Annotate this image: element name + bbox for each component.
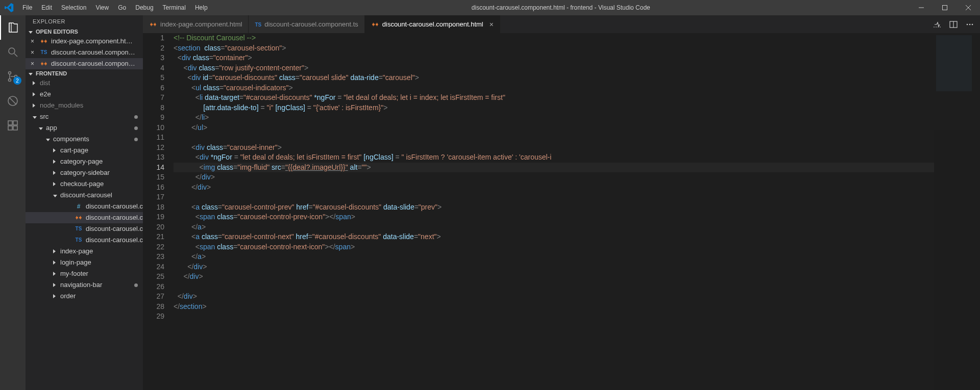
caret-right-icon (33, 100, 35, 111)
close-icon[interactable]: × (31, 58, 34, 69)
tree-label: cart-page (60, 145, 88, 156)
folder-item[interactable]: src (26, 111, 143, 122)
project-header[interactable]: FRONTEND (26, 69, 143, 77)
line-gutter: 1234567891011121314151617181920212223242… (143, 33, 174, 390)
code-line[interactable]: <a class="carousel-control-next" href="#… (174, 232, 934, 242)
file-label: discount-carousel.compon… (51, 47, 135, 58)
code-line[interactable]: [attr.data-slide-to] = "i" [ngClass] = "… (174, 103, 934, 113)
code-line[interactable]: <span class="carousel-control-next-icon"… (174, 242, 934, 252)
folder-item[interactable]: e2e (26, 89, 143, 100)
caret-down-icon (46, 134, 50, 145)
line-number: 9 (143, 113, 164, 123)
code-editor[interactable]: 1234567891011121314151617181920212223242… (143, 33, 980, 390)
code-line[interactable] (174, 192, 934, 202)
code-line[interactable]: </div> (174, 272, 934, 282)
code-line[interactable]: </li> (174, 113, 934, 123)
menu-edit[interactable]: Edit (37, 0, 57, 15)
folder-item[interactable]: cart-page (26, 145, 143, 156)
close-icon[interactable]: × (31, 47, 34, 58)
code-line[interactable]: </div> (174, 183, 934, 193)
file-ts-icon: TS (75, 236, 83, 244)
code-line[interactable]: </div> (174, 262, 934, 272)
folder-item[interactable]: category-sidebar (26, 167, 143, 178)
editor-tab[interactable]: discount-carousel.component.html× (365, 15, 500, 33)
code-line[interactable]: <img class="img-fluid" src="{{deal?.imag… (174, 163, 934, 173)
code-line[interactable]: <div class="carousel-inner"> (174, 143, 934, 153)
close-button[interactable] (957, 0, 980, 15)
menu-selection[interactable]: Selection (57, 0, 91, 15)
file-item[interactable]: discount-carousel.com… (26, 212, 143, 223)
folder-item[interactable]: app (26, 122, 143, 134)
code-line[interactable]: </a> (174, 252, 934, 262)
folder-item[interactable]: my-footer (26, 268, 143, 279)
code-line[interactable]: <div *ngFor = "let deal of deals; let is… (174, 152, 934, 163)
titlebar: FileEditSelectionViewGoDebugTerminalHelp… (0, 0, 980, 15)
activity-explorer[interactable] (0, 15, 26, 40)
activity-search[interactable] (0, 40, 26, 64)
activity-debug[interactable] (0, 89, 26, 113)
line-number: 16 (143, 183, 164, 193)
tree-label: discount-carousel (60, 190, 112, 201)
code-line[interactable]: <div id="carousel-discounts" class="caro… (174, 73, 934, 83)
menu-help[interactable]: Help (190, 0, 212, 15)
caret-right-icon (53, 279, 56, 291)
folder-item[interactable]: login-page (26, 257, 143, 268)
menu-terminal[interactable]: Terminal (158, 0, 190, 15)
code-line[interactable]: <ul class="carousel-indicators"> (174, 83, 934, 93)
file-item[interactable]: TSdiscount-carousel.com… (26, 235, 143, 246)
minimize-button[interactable] (910, 0, 933, 15)
folder-item[interactable]: dist (26, 77, 143, 89)
folder-item[interactable]: discount-carousel (26, 190, 143, 201)
code-line[interactable]: <section class="carousel-section"> (174, 43, 934, 54)
menu-debug[interactable]: Debug (131, 0, 158, 15)
code-line[interactable]: </a> (174, 222, 934, 232)
activity-source-control[interactable]: 2 (0, 64, 26, 89)
code-line[interactable]: <a class="carousel-control-prev" href="#… (174, 202, 934, 213)
split-editor-button[interactable] (945, 15, 962, 33)
menu-view[interactable]: View (91, 0, 113, 15)
folder-item[interactable]: navigation-bar (26, 279, 143, 291)
code-line[interactable]: <div class="row justify-content-center"> (174, 63, 934, 73)
code-line[interactable] (174, 282, 934, 292)
menu-file[interactable]: File (18, 0, 37, 15)
code-line[interactable]: </div> (174, 292, 934, 302)
svg-rect-12 (13, 121, 17, 125)
editor-tab[interactable]: TSdiscount-carousel.component.ts (249, 15, 364, 33)
activity-extensions[interactable] (0, 113, 26, 138)
folder-item[interactable]: index-page (26, 246, 143, 257)
code-line[interactable]: </section> (174, 302, 934, 312)
close-tab-icon[interactable]: × (489, 20, 494, 29)
folder-item[interactable]: node_modules (26, 100, 143, 111)
code-content[interactable]: <!-- Discount Carousel --><section class… (174, 33, 934, 390)
code-line[interactable]: <div class="container"> (174, 53, 934, 63)
menu-go[interactable]: Go (113, 0, 131, 15)
more-actions-button[interactable] (962, 15, 978, 33)
folder-item[interactable]: components (26, 134, 143, 145)
code-line[interactable]: <li data-target="#carousel-discounts" *n… (174, 93, 934, 103)
compare-changes-button[interactable] (929, 15, 945, 33)
folder-item[interactable]: order (26, 291, 143, 302)
code-line[interactable] (174, 311, 934, 322)
code-line[interactable]: <!-- Discount Carousel --> (174, 33, 934, 43)
open-editor-item[interactable]: ×discount-carousel.compon… (26, 58, 143, 69)
folder-item[interactable]: checkout-page (26, 178, 143, 190)
code-line[interactable] (174, 133, 934, 143)
file-item[interactable]: #discount-carousel.com… (26, 201, 143, 212)
code-line[interactable]: </ul> (174, 123, 934, 133)
close-icon[interactable]: × (31, 36, 34, 47)
editor-tab[interactable]: index-page.component.html (143, 15, 249, 33)
line-number: 13 (143, 152, 164, 163)
vscode-icon (0, 0, 18, 15)
line-number: 7 (143, 93, 164, 103)
file-html-icon (149, 20, 157, 29)
minimap[interactable] (934, 33, 980, 390)
file-item[interactable]: TSdiscount-carousel.com… (26, 223, 143, 235)
maximize-button[interactable] (933, 0, 957, 15)
folder-item[interactable]: category-page (26, 156, 143, 167)
code-line[interactable]: </div> (174, 172, 934, 183)
open-editor-item[interactable]: ×index-page.component.ht… (26, 36, 143, 47)
open-editors-header[interactable]: OPEN EDITORS (26, 28, 143, 36)
code-line[interactable]: <span class="carousel-control-prev-icon"… (174, 212, 934, 222)
open-editor-item[interactable]: ×TSdiscount-carousel.compon… (26, 47, 143, 58)
file-html-icon (371, 20, 379, 29)
